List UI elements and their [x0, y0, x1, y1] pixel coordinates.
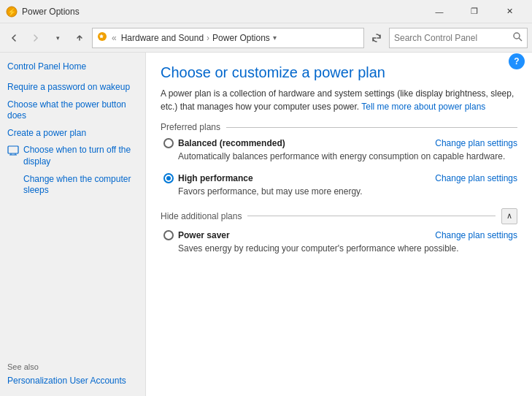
content-description: A power plan is a collection of hardware…: [161, 87, 517, 113]
sidebar-item-turn-off-display-label: Choose when to turn off the display: [23, 145, 138, 167]
search-input[interactable]: [394, 33, 513, 43]
svg-line-5: [519, 38, 522, 41]
additional-plans-line: [247, 216, 496, 216]
breadcrumb-dropdown-icon: ▾: [273, 34, 277, 42]
minimize-button[interactable]: —: [423, 0, 456, 23]
svg-rect-6: [8, 146, 18, 153]
close-button[interactable]: ✕: [493, 0, 526, 23]
sidebar-links: Require a password on wakeup Choose what…: [7, 82, 138, 197]
plan-balanced-name: Balanced (recommended): [178, 138, 285, 148]
sidebar-user-accounts-link[interactable]: User Accounts: [69, 376, 126, 386]
plan-hp-name: High performance: [178, 173, 253, 183]
breadcrumb-icon: [97, 31, 107, 44]
sidebar-item-turn-off-display[interactable]: Choose when to turn off the display: [7, 145, 138, 167]
plan-ps-change-link[interactable]: Change plan settings: [435, 230, 517, 240]
radio-dot: [166, 176, 171, 180]
breadcrumb-bar: « Hardware and Sound › Power Options ▾: [92, 28, 364, 48]
content-area: Choose or customize a power plan A power…: [146, 53, 532, 396]
plan-ps-radio[interactable]: [163, 230, 174, 240]
more-info-link[interactable]: Tell me more about power plans: [361, 102, 485, 112]
address-bar: ▾ « Hardware and Sound › Power Options ▾: [0, 23, 532, 53]
plan-balanced-header: Balanced (recommended) Change plan setti…: [163, 138, 517, 148]
plan-ps-desc: Saves energy by reducing your computer's…: [178, 243, 517, 255]
sidebar-item-require-password[interactable]: Require a password on wakeup: [7, 82, 138, 94]
plan-hp-desc: Favors performance, but may use more ene…: [178, 186, 517, 198]
plan-ps-header: Power saver Change plan settings: [163, 230, 517, 240]
help-button[interactable]: ?: [509, 53, 525, 69]
additional-plans-label: Hide additional plans: [161, 211, 242, 221]
search-box: [389, 28, 528, 48]
plan-balanced-radio[interactable]: [163, 138, 174, 148]
sidebar-item-create-plan[interactable]: Create a power plan: [7, 128, 138, 140]
sidebar-item-computer-sleeps-label: Change when the computer sleeps: [23, 174, 138, 197]
refresh-button[interactable]: [367, 28, 386, 47]
sidebar-item-computer-sleeps[interactable]: Change when the computer sleeps: [7, 174, 138, 197]
sidebar: Control Panel Home Require a password on…: [0, 53, 146, 396]
svg-text:⚡: ⚡: [7, 7, 17, 17]
plan-ps-title-row: Power saver: [163, 230, 230, 240]
sidebar-personalization-link[interactable]: Personalization: [7, 376, 67, 386]
breadcrumb-separator: «: [112, 33, 117, 43]
plan-ps-name: Power saver: [178, 230, 230, 240]
window-icon: ⚡: [6, 6, 18, 18]
sidebar-item-power-button[interactable]: Choose what the power button does: [7, 99, 138, 122]
sidebar-home-link[interactable]: Control Panel Home: [7, 61, 138, 72]
plan-balanced-desc: Automatically balances performance with …: [178, 151, 517, 163]
plan-hp-title-row: High performance: [163, 173, 253, 183]
breadcrumb-arrow: ›: [207, 33, 209, 43]
page-title: Choose or customize a power plan: [161, 64, 517, 81]
window-title: Power Options: [22, 7, 423, 17]
recent-button[interactable]: ▾: [48, 28, 67, 47]
see-also-section: See also Personalization User Accounts: [7, 354, 138, 387]
main-container: Control Panel Home Require a password on…: [0, 53, 532, 396]
plan-item-balanced: Balanced (recommended) Change plan setti…: [161, 138, 517, 163]
forward-button[interactable]: [26, 28, 45, 47]
breadcrumb-parent[interactable]: Hardware and Sound: [121, 33, 204, 43]
search-button[interactable]: [513, 32, 523, 44]
plan-hp-change-link[interactable]: Change plan settings: [435, 173, 517, 183]
monitor-icon: [7, 145, 19, 159]
back-button[interactable]: [4, 28, 23, 47]
plan-item-power-saver: Power saver Change plan settings Saves e…: [161, 230, 517, 255]
window-controls: — ❐ ✕: [423, 0, 526, 23]
up-button[interactable]: [70, 28, 89, 47]
plan-hp-header: High performance Change plan settings: [163, 173, 517, 183]
preferred-plans-header: Preferred plans: [161, 122, 517, 132]
additional-plans-toggle[interactable]: ∧: [501, 208, 517, 224]
breadcrumb-current: Power Options: [212, 33, 270, 43]
see-also-label: See also: [7, 362, 138, 371]
title-bar: ⚡ Power Options — ❐ ✕: [0, 0, 532, 23]
restore-button[interactable]: ❐: [458, 0, 491, 23]
additional-plans-header: Hide additional plans ∧: [161, 208, 517, 224]
plan-hp-radio[interactable]: [163, 173, 174, 183]
preferred-plans-divider: [226, 127, 517, 128]
plan-item-high-performance: High performance Change plan settings Fa…: [161, 173, 517, 198]
preferred-plans-label: Preferred plans: [161, 122, 220, 132]
moon-icon: [7, 174, 19, 188]
plan-balanced-change-link[interactable]: Change plan settings: [435, 138, 517, 148]
plan-balanced-title-row: Balanced (recommended): [163, 138, 285, 148]
svg-point-4: [514, 33, 520, 39]
